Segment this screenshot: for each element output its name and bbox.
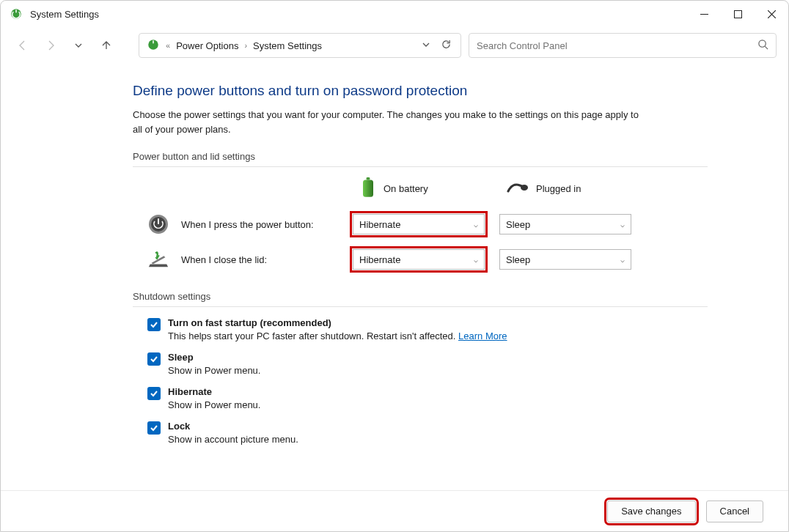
svg-rect-5	[153, 40, 154, 44]
battery-icon	[360, 177, 376, 200]
close-lid-battery-select[interactable]: Hibernate ⌵	[353, 249, 485, 270]
titlebar: System Settings	[1, 1, 788, 27]
close-lid-plugged-select[interactable]: Sleep ⌵	[499, 249, 631, 270]
learn-more-link[interactable]: Learn More	[458, 330, 507, 341]
chevron-right-icon: ›	[244, 41, 247, 50]
page-description: Choose the power settings that you want …	[133, 108, 646, 136]
row-power-button: When I press the power button:	[133, 213, 353, 235]
column-plugged-in: Plugged in	[499, 181, 646, 196]
divider	[133, 166, 708, 167]
checkbox-label: Hibernate	[168, 386, 260, 397]
row-close-lid: When I close the lid:	[133, 248, 353, 270]
page-heading: Define power buttons and turn on passwor…	[133, 83, 708, 99]
checkbox[interactable]	[147, 352, 161, 366]
power-options-app-icon	[10, 7, 23, 21]
chevron-down-icon: ⌵	[474, 221, 478, 229]
power-button-plugged-select[interactable]: Sleep ⌵	[499, 214, 631, 234]
search-box[interactable]	[469, 33, 777, 58]
footer: Save changes Cancel	[1, 490, 788, 531]
row-label: When I close the lid:	[181, 254, 267, 265]
column-label-plugged: Plugged in	[536, 183, 581, 194]
shutdown-option-lock: Lock Show in account picture menu.	[133, 421, 708, 445]
select-value: Hibernate	[359, 219, 400, 230]
checkbox-label: Lock	[168, 421, 298, 432]
search-input[interactable]	[477, 40, 757, 51]
power-button-grid: On battery Plugged in When I press the p…	[133, 177, 708, 270]
checkbox[interactable]	[147, 387, 161, 400]
chevron-down-icon: ⌵	[474, 256, 478, 264]
checkbox-label: Sleep	[168, 352, 260, 363]
power-button-icon	[147, 213, 169, 235]
checkbox-label: Turn on fast startup (recommended)	[168, 317, 507, 328]
search-icon[interactable]	[757, 39, 768, 52]
svg-rect-12	[158, 218, 159, 224]
svg-point-9	[521, 185, 528, 191]
checkbox-description: This helps start your PC faster after sh…	[168, 330, 507, 341]
chevron-down-icon: ⌵	[620, 256, 625, 264]
checkbox-description: Show in Power menu.	[168, 365, 260, 376]
svg-point-6	[759, 40, 766, 47]
nav-back-button[interactable]	[12, 35, 33, 56]
nav-history-dropdown[interactable]	[68, 35, 89, 56]
breadcrumb-prefix[interactable]: «	[166, 41, 170, 50]
maximize-button[interactable]	[721, 2, 755, 26]
window-title: System Settings	[30, 9, 687, 20]
address-bar[interactable]: « Power Options › System Settings	[139, 33, 461, 58]
divider	[133, 306, 708, 307]
select-value: Sleep	[506, 219, 530, 230]
breadcrumbs: « Power Options › System Settings	[166, 40, 416, 51]
svg-rect-8	[363, 180, 373, 197]
laptop-lid-icon	[147, 248, 169, 270]
chevron-down-icon: ⌵	[620, 221, 625, 229]
checkbox-description: Show in Power menu.	[168, 399, 260, 410]
svg-rect-7	[367, 177, 370, 180]
svg-rect-2	[700, 14, 708, 15]
breadcrumb-item[interactable]: Power Options	[176, 40, 238, 51]
cancel-button[interactable]: Cancel	[706, 500, 763, 522]
section-power-buttons-label: Power button and lid settings	[133, 151, 708, 162]
toolbar: « Power Options › System Settings	[1, 27, 788, 64]
refresh-button[interactable]	[441, 39, 452, 52]
power-button-battery-select[interactable]: Hibernate ⌵	[353, 214, 485, 234]
close-button[interactable]	[755, 2, 788, 26]
address-dropdown-icon[interactable]	[422, 40, 430, 51]
power-options-breadcrumb-icon	[147, 38, 160, 53]
column-label-battery: On battery	[384, 183, 428, 194]
svg-rect-1	[15, 10, 17, 13]
checkbox-description: Show in account picture menu.	[168, 434, 298, 445]
minimize-button[interactable]	[687, 2, 721, 26]
breadcrumb-item[interactable]: System Settings	[253, 40, 322, 51]
column-on-battery: On battery	[353, 177, 499, 200]
window: System Settings « P	[0, 0, 789, 532]
content-area: Define power buttons and turn on passwor…	[1, 64, 788, 490]
checkbox[interactable]	[147, 318, 161, 331]
plug-icon	[507, 181, 529, 196]
shutdown-option-fast-startup: Turn on fast startup (recommended) This …	[133, 317, 708, 341]
nav-up-button[interactable]	[96, 35, 117, 56]
checkbox[interactable]	[147, 421, 161, 435]
section-shutdown-label: Shutdown settings	[133, 291, 708, 302]
nav-forward-button[interactable]	[40, 35, 61, 56]
svg-rect-3	[734, 10, 741, 18]
shutdown-option-hibernate: Hibernate Show in Power menu.	[133, 386, 708, 410]
save-changes-button[interactable]: Save changes	[607, 500, 695, 522]
select-value: Hibernate	[359, 254, 400, 265]
shutdown-option-sleep: Sleep Show in Power menu.	[133, 352, 708, 376]
select-value: Sleep	[506, 254, 530, 265]
row-label: When I press the power button:	[181, 219, 314, 230]
